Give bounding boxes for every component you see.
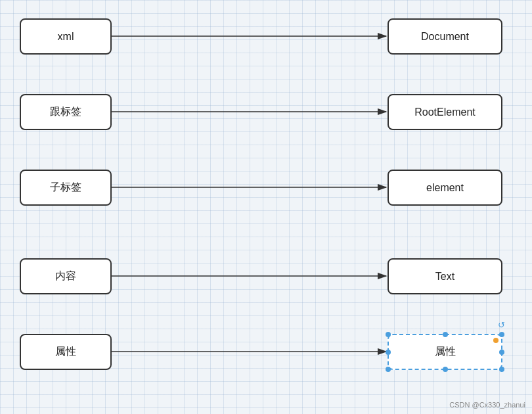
node-attr-left[interactable]: 属性 xyxy=(20,334,112,370)
node-root-element-label: RootElement xyxy=(414,106,476,118)
handle-br[interactable] xyxy=(499,367,504,372)
handle-ml[interactable] xyxy=(386,350,391,355)
handle-tr[interactable] xyxy=(499,332,504,337)
node-xml-label: xml xyxy=(58,31,74,43)
node-element-label: element xyxy=(426,182,464,194)
node-text[interactable]: Text xyxy=(388,258,502,294)
handle-rotate[interactable]: ↺ xyxy=(497,321,506,330)
handle-bc[interactable] xyxy=(443,367,448,372)
node-attr-right[interactable]: 属性 ↺ xyxy=(388,334,502,370)
handle-anchor[interactable] xyxy=(493,338,499,343)
handle-bl[interactable] xyxy=(386,367,391,372)
node-child-tag-label: 子标签 xyxy=(50,181,81,195)
node-root-tag-label: 跟标签 xyxy=(50,105,81,119)
handle-tl[interactable] xyxy=(386,332,391,337)
node-child-tag[interactable]: 子标签 xyxy=(20,170,112,206)
node-root-tag[interactable]: 跟标签 xyxy=(20,94,112,130)
node-document[interactable]: Document xyxy=(388,18,502,55)
node-attr-right-label: 属性 xyxy=(435,345,456,359)
node-attr-left-label: 属性 xyxy=(55,345,76,359)
node-element[interactable]: element xyxy=(388,170,502,206)
node-content[interactable]: 内容 xyxy=(20,258,112,294)
diagram-canvas: xml Document 跟标签 RootElement 子标签 element… xyxy=(0,0,532,414)
node-text-label: Text xyxy=(435,271,454,283)
node-document-label: Document xyxy=(421,31,469,43)
node-xml[interactable]: xml xyxy=(20,18,112,55)
handle-tc[interactable] xyxy=(443,332,448,337)
node-root-element[interactable]: RootElement xyxy=(388,94,502,130)
watermark: CSDN @Cx330_zhanui xyxy=(449,401,525,409)
handle-mr[interactable] xyxy=(499,350,504,355)
node-content-label: 内容 xyxy=(55,269,76,283)
